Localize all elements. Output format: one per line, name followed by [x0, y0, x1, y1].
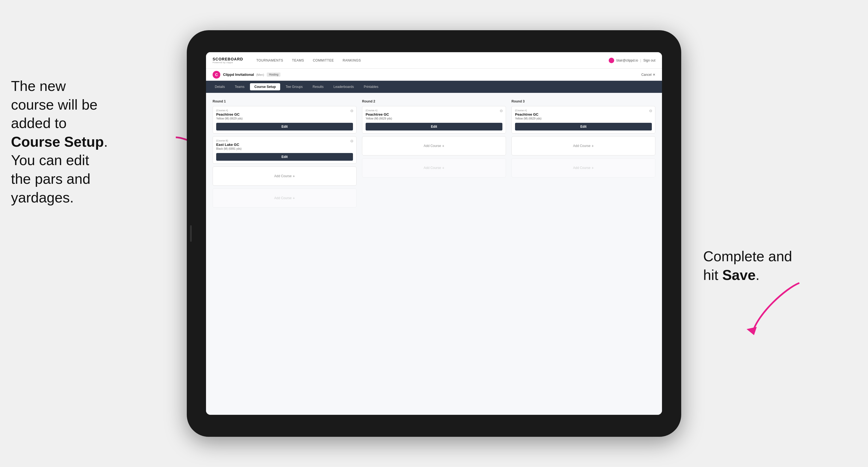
course-name-r2-a: Peachtree GC [366, 112, 502, 117]
add-course-r3-1[interactable]: Add Course + [512, 136, 655, 155]
hosting-badge: Hosting [267, 72, 280, 76]
course-details-r1-b: Black (M) (6891 yds) [216, 147, 353, 150]
rounds-grid: Round 1 ⊖ (Course A) Peachtree GC Yellow… [213, 99, 655, 211]
course-tag-r1-b: (Course B) [216, 139, 353, 142]
course-card-r2-a: ⊖ (Course A) Peachtree GC Yellow (M) (66… [362, 106, 506, 133]
tab-leaderboards[interactable]: Leaderboards [329, 83, 358, 90]
course-details-r1-a: Yellow (M) (6629 yds) [216, 117, 353, 120]
add-course-label-r1-1: Add Course + [274, 174, 295, 178]
add-course-label-r3-2: Add Course + [573, 166, 594, 170]
course-card-r1-b: ⊖ (Course B) East Lake GC Black (M) (689… [213, 136, 356, 164]
tournament-logo: C [213, 71, 220, 79]
course-card-r3-a: ⊖ (Course A) Peachtree GC Yellow (M) (66… [512, 106, 655, 133]
tab-printables[interactable]: Printables [359, 83, 383, 90]
tournament-name: Clippd Invitational [223, 72, 254, 76]
round-2-label: Round 2 [362, 99, 506, 103]
course-tag-r3-a: (Course A) [515, 109, 652, 112]
arrow-right-icon [736, 277, 813, 338]
tab-results[interactable]: Results [308, 83, 328, 90]
delete-course-r1-a[interactable]: ⊖ [350, 108, 353, 113]
logo-sub-text: Powered by clippd [213, 61, 243, 64]
edit-button-r2-a[interactable]: Edit [366, 123, 502, 130]
tournament-bar: C Clippd Invitational (Men) Hosting Canc… [206, 69, 662, 81]
course-card-r1-a: ⊖ (Course A) Peachtree GC Yellow (M) (66… [213, 106, 356, 133]
round-2-column: Round 2 ⊖ (Course A) Peachtree GC Yellow… [362, 99, 506, 211]
add-course-r2-2: Add Course + [362, 158, 506, 178]
nav-tournaments[interactable]: TOURNAMENTS [256, 59, 283, 62]
course-tag-r2-a: (Course A) [366, 109, 502, 112]
course-name-r1-a: Peachtree GC [216, 112, 353, 117]
user-email: blair@clippd.io [616, 59, 638, 62]
tablet-frame: SCOREBOARD Powered by clippd TOURNAMENTS… [187, 30, 681, 437]
tab-details[interactable]: Details [210, 83, 229, 90]
course-name-r1-b: East Lake GC [216, 143, 353, 147]
delete-course-r1-b[interactable]: ⊖ [350, 139, 353, 143]
course-details-r2-a: Yellow (M) (6629 yds) [366, 117, 502, 120]
round-1-column: Round 1 ⊖ (Course A) Peachtree GC Yellow… [213, 99, 356, 211]
top-nav: SCOREBOARD Powered by clippd TOURNAMENTS… [206, 52, 662, 69]
edit-button-r1-b[interactable]: Edit [216, 153, 353, 161]
svg-marker-1 [747, 327, 757, 335]
round-3-label: Round 3 [512, 99, 655, 103]
add-course-label-r1-2: Add Course + [274, 196, 295, 200]
nav-committee[interactable]: COMMITTEE [313, 59, 334, 62]
tablet-screen: SCOREBOARD Powered by clippd TOURNAMENTS… [206, 52, 662, 415]
course-name-r3-a: Peachtree GC [515, 112, 652, 117]
scoreboard-logo: SCOREBOARD Powered by clippd [213, 57, 243, 64]
cancel-button[interactable]: Cancel ✕ [641, 73, 655, 76]
edit-button-r3-a[interactable]: Edit [515, 123, 652, 130]
add-course-label-r2-2: Add Course + [424, 166, 444, 170]
add-course-r1-1[interactable]: Add Course + [213, 166, 356, 186]
tournament-gender: (Men) [256, 73, 264, 76]
annotation-left: The new course will be added to Course S… [11, 77, 170, 207]
logo-main-text: SCOREBOARD [213, 57, 243, 61]
add-course-r2-1[interactable]: Add Course + [362, 136, 506, 155]
add-course-label-r2-1: Add Course + [424, 144, 444, 148]
round-1-label: Round 1 [213, 99, 356, 103]
delete-course-r3-a[interactable]: ⊖ [649, 108, 652, 113]
course-tag-r1-a: (Course A) [216, 109, 353, 112]
delete-course-r2-a[interactable]: ⊖ [500, 108, 503, 113]
tablet-side-button [190, 225, 192, 242]
course-details-r3-a: Yellow (M) (6629 yds) [515, 117, 652, 120]
avatar [609, 58, 614, 63]
tab-tee-groups[interactable]: Tee Groups [281, 83, 307, 90]
tab-course-setup[interactable]: Course Setup [250, 83, 280, 90]
add-course-label-r3-1: Add Course + [573, 144, 594, 148]
edit-button-r1-a[interactable]: Edit [216, 123, 353, 130]
round-3-column: Round 3 ⊖ (Course A) Peachtree GC Yellow… [512, 99, 655, 211]
add-course-r1-2: Add Course + [213, 188, 356, 208]
nav-teams[interactable]: TEAMS [292, 59, 304, 62]
tab-teams[interactable]: Teams [230, 83, 249, 90]
nav-right: blair@clippd.io | Sign out [609, 58, 655, 63]
main-content: Round 1 ⊖ (Course A) Peachtree GC Yellow… [206, 93, 662, 415]
sub-nav: Details Teams Course Setup Tee Groups Re… [206, 81, 662, 93]
sign-out-link[interactable]: Sign out [643, 59, 655, 62]
nav-rankings[interactable]: RANKINGS [343, 59, 361, 62]
add-course-r3-2: Add Course + [512, 158, 655, 178]
